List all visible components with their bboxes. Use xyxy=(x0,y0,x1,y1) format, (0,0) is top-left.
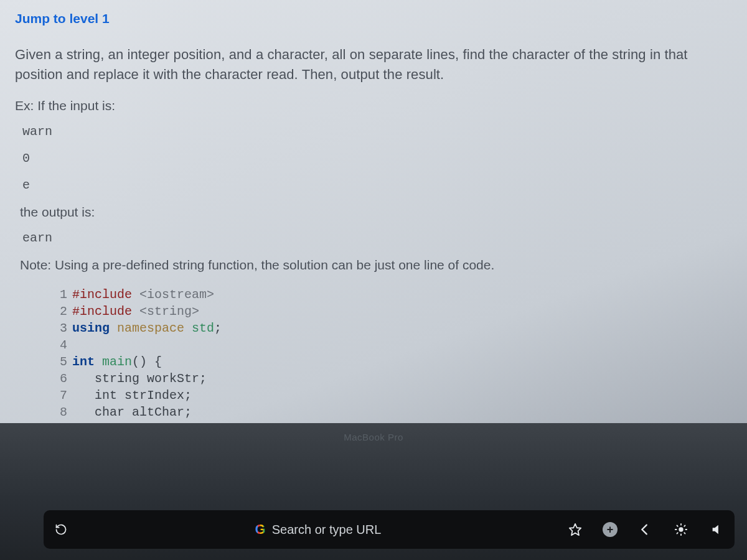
code-token: using xyxy=(72,321,117,335)
example-output-line: earn xyxy=(22,231,735,245)
problem-note: Note: Using a pre-defined string functio… xyxy=(20,258,735,273)
code-token: #include xyxy=(72,287,139,302)
code-line: 7 int strIndex; xyxy=(52,387,735,404)
svg-line-6 xyxy=(677,525,677,526)
code-token: () { xyxy=(132,355,162,369)
output-label: the output is: xyxy=(20,205,735,220)
code-token: <string> xyxy=(139,304,199,319)
example-input-line-3: e xyxy=(22,178,735,192)
code-line: 4 xyxy=(52,337,735,353)
code-line: 5int main() { xyxy=(52,353,735,370)
example-input-line-1: warn xyxy=(22,124,735,139)
code-token: std xyxy=(192,321,214,335)
laptop-bezel: MacBook Pro G Search or type URL + xyxy=(0,423,747,560)
line-number: 1 xyxy=(52,286,67,303)
jump-to-level-link[interactable]: Jump to level 1 xyxy=(15,11,110,26)
url-search-placeholder: Search or type URL xyxy=(272,523,382,537)
code-token: char altChar; xyxy=(72,405,192,419)
code-token: #include xyxy=(72,304,139,319)
code-token: namespace xyxy=(117,321,192,335)
code-line: 3using namespace std; xyxy=(52,320,735,337)
code-token: <iostream> xyxy=(139,287,214,302)
code-line: 1#include <iostream> xyxy=(52,286,735,303)
back-icon[interactable] xyxy=(636,521,654,538)
svg-line-9 xyxy=(684,525,685,526)
example-input-line-2: 0 xyxy=(22,151,735,166)
laptop-brand-label: MacBook Pro xyxy=(344,432,403,442)
svg-marker-0 xyxy=(570,524,581,535)
brightness-icon[interactable] xyxy=(672,521,690,538)
code-line: 6 string workStr; xyxy=(52,370,735,387)
google-logo-icon: G xyxy=(255,521,266,538)
volume-icon[interactable] xyxy=(708,521,726,538)
line-number: 8 xyxy=(52,404,67,421)
line-number: 5 xyxy=(52,353,67,370)
line-number: 4 xyxy=(52,337,67,353)
input-label: Ex: If the input is: xyxy=(15,98,735,113)
line-number: 3 xyxy=(52,320,67,337)
line-number: 6 xyxy=(52,370,67,387)
reload-icon[interactable] xyxy=(52,521,70,538)
star-icon[interactable] xyxy=(566,521,584,538)
code-token: int strIndex; xyxy=(72,388,192,403)
problem-panel: Jump to level 1 Given a string, an integ… xyxy=(0,0,747,437)
line-number: 2 xyxy=(52,303,67,320)
code-token: main xyxy=(102,355,132,369)
new-tab-plus-icon[interactable]: + xyxy=(603,522,618,537)
url-search-field[interactable]: G Search or type URL xyxy=(248,518,389,541)
code-token: ; xyxy=(214,321,222,335)
code-line: 2#include <string> xyxy=(52,303,735,320)
code-token: int xyxy=(72,355,102,369)
svg-line-8 xyxy=(677,533,677,533)
line-number: 7 xyxy=(52,387,67,404)
touch-bar: G Search or type URL + xyxy=(44,510,735,549)
svg-point-1 xyxy=(679,527,683,531)
code-editor[interactable]: 1#include <iostream>2#include <string>3u… xyxy=(52,286,735,437)
problem-description: Given a string, an integer position, and… xyxy=(15,45,735,85)
svg-line-7 xyxy=(684,533,685,533)
code-token: string workStr; xyxy=(72,371,207,386)
code-line: 8 char altChar; xyxy=(52,404,735,421)
